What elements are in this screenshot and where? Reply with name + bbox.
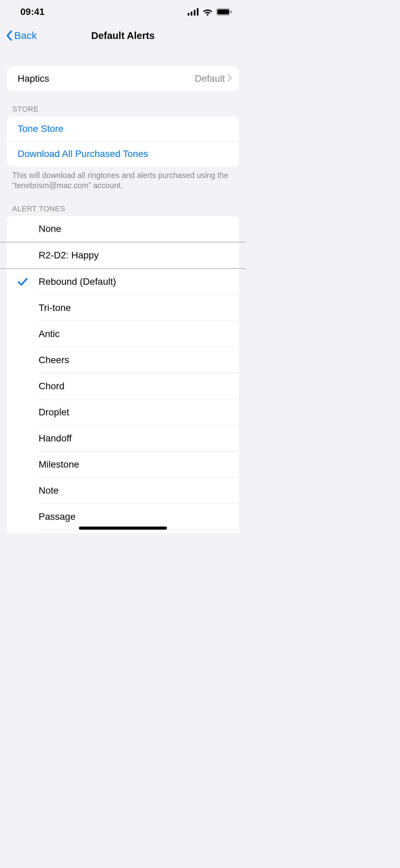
alert-tones-group: NoneR2-D2: HappyRebound (Default)Tri-ton… — [7, 216, 239, 533]
svg-rect-1 — [191, 12, 192, 16]
content: Haptics Default STORE Tone Store Downloa… — [0, 66, 246, 533]
chevron-right-icon — [228, 73, 232, 84]
tone-row[interactable]: Antic — [7, 321, 239, 347]
download-all-label: Download All Purchased Tones — [18, 149, 232, 159]
tone-label: None — [39, 216, 239, 242]
store-header: STORE — [12, 105, 234, 114]
screen: 09:41 Back Default Alerts Haptics — [0, 0, 246, 533]
tone-label: Passage — [39, 504, 239, 530]
tone-row[interactable]: Milestone — [7, 452, 239, 478]
download-all-row[interactable]: Download All Purchased Tones — [7, 141, 239, 166]
tone-label: Chord — [39, 373, 239, 399]
tone-store-label: Tone Store — [18, 123, 232, 134]
tone-row[interactable]: Cheers — [7, 347, 239, 373]
haptics-label: Haptics — [18, 73, 195, 84]
battery-icon — [216, 8, 232, 16]
page-title: Default Alerts — [91, 30, 154, 41]
alert-tones-header: ALERT TONES — [12, 204, 234, 213]
svg-rect-0 — [188, 13, 189, 16]
wifi-icon — [203, 8, 213, 16]
tone-row[interactable]: R2-D2: Happy — [7, 242, 239, 268]
svg-point-4 — [207, 14, 209, 16]
tone-label: Droplet — [39, 399, 239, 426]
cellular-icon — [188, 8, 199, 16]
tone-label: Milestone — [39, 452, 239, 478]
tone-label: Rebound (Default) — [39, 269, 239, 295]
tone-label: Note — [39, 478, 239, 504]
tone-row[interactable]: Tri-tone — [7, 295, 239, 321]
status-icons — [188, 8, 232, 16]
tone-label: R2-D2: Happy — [39, 242, 239, 268]
haptics-row[interactable]: Haptics Default — [7, 66, 239, 91]
tone-row[interactable]: Passage — [7, 504, 239, 530]
home-indicator — [79, 527, 167, 530]
svg-rect-3 — [197, 8, 198, 16]
tone-row[interactable]: Note — [7, 478, 239, 504]
back-button[interactable]: Back — [6, 30, 37, 41]
tone-row[interactable]: Handoff — [7, 426, 239, 452]
checkmark-icon — [7, 277, 39, 286]
svg-rect-7 — [231, 11, 232, 13]
chevron-left-icon — [6, 30, 13, 41]
tone-label: Antic — [39, 321, 239, 347]
back-label: Back — [14, 30, 37, 41]
status-time: 09:41 — [20, 6, 45, 17]
svg-rect-6 — [217, 9, 229, 15]
haptics-group: Haptics Default — [7, 66, 239, 91]
tone-label: Handoff — [39, 426, 239, 452]
tone-row[interactable]: None — [7, 216, 239, 242]
tone-store-row[interactable]: Tone Store — [7, 116, 239, 141]
tone-label: Cheers — [39, 347, 239, 373]
tone-label: Tri-tone — [39, 295, 239, 321]
tone-row[interactable]: Portal — [7, 530, 239, 533]
tone-row[interactable]: Droplet — [7, 399, 239, 426]
store-footer: This will download all ringtones and ale… — [12, 171, 234, 191]
haptics-value: Default — [195, 73, 225, 84]
store-group: Tone Store Download All Purchased Tones — [7, 116, 239, 166]
tone-label: Portal — [39, 530, 239, 533]
tone-row[interactable]: Chord — [7, 373, 239, 399]
status-bar: 09:41 — [0, 0, 246, 24]
svg-rect-2 — [194, 10, 195, 16]
tone-row[interactable]: Rebound (Default) — [7, 269, 239, 295]
nav-bar: Back Default Alerts — [0, 24, 246, 47]
